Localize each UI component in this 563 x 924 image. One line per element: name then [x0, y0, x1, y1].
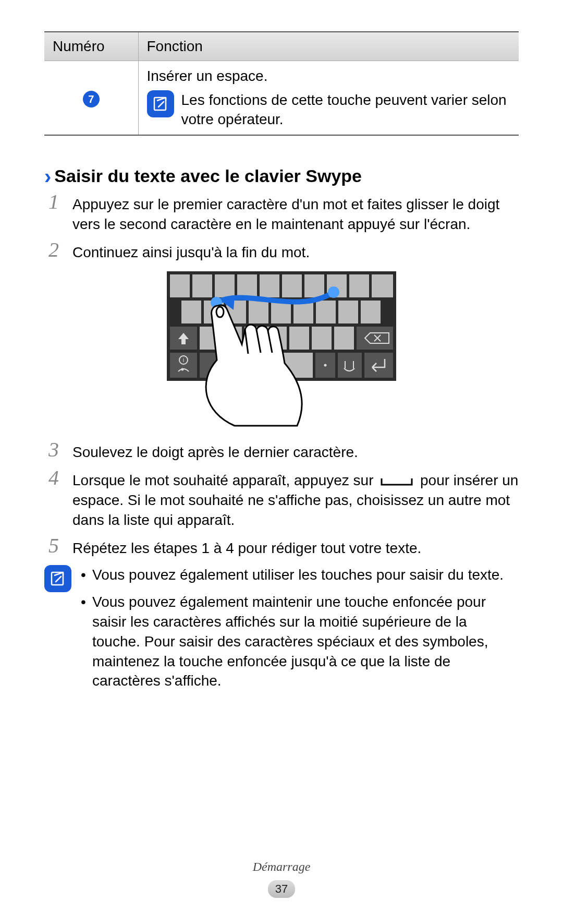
svg-rect-3	[192, 274, 212, 297]
step-text: Appuyez sur le premier caractère d'un mo…	[72, 194, 519, 234]
tip-item: Vous pouvez également maintenir une touc…	[79, 592, 519, 691]
swype-keyboard-illustration: i	[44, 271, 519, 428]
step-text: Répétez les étapes 1 à 4 pour rédiger to…	[72, 537, 519, 558]
note-icon	[147, 90, 174, 117]
svg-rect-20	[361, 301, 381, 323]
tip-item: Vous pouvez également utiliser les touch…	[79, 565, 519, 585]
svg-rect-5	[237, 274, 257, 297]
svg-point-37	[324, 364, 327, 367]
step-5: 5 Répétez les étapes 1 à 4 pour rédiger …	[44, 537, 519, 558]
page-footer: Démarrage 37	[0, 858, 563, 898]
table-header-function: Fonction	[138, 32, 519, 61]
svg-rect-19	[338, 301, 358, 323]
step-list: 1 Appuyez sur le premier caractère d'un …	[44, 194, 519, 698]
svg-rect-26	[289, 327, 309, 350]
table-header-number: Numéro	[44, 32, 138, 61]
svg-rect-7	[282, 274, 302, 297]
step-1: 1 Appuyez sur le premier caractère d'un …	[44, 194, 519, 234]
circled-number-7-icon: 7	[83, 91, 100, 107]
function-title: Insérer un espace.	[147, 66, 512, 86]
page-number: 37	[268, 880, 295, 898]
step-number: 4	[44, 467, 63, 488]
note-icon	[44, 565, 71, 592]
svg-rect-28	[334, 327, 354, 350]
step-4: 4 Lorsque le mot souhaité apparaît, appu…	[44, 470, 519, 530]
chevron-right-icon: ›	[44, 166, 51, 187]
spacebar-icon	[380, 476, 414, 487]
step-number: 2	[44, 239, 63, 260]
svg-rect-39	[364, 353, 393, 378]
svg-point-33	[181, 368, 184, 371]
section-title: Saisir du texte avec le clavier Swype	[54, 164, 362, 188]
tips-block: Vous pouvez également utiliser les touch…	[44, 565, 519, 698]
svg-rect-8	[304, 274, 324, 297]
svg-rect-38	[338, 353, 362, 378]
step-text: Soulevez le doigt après le dernier carac…	[72, 441, 519, 462]
svg-point-41	[328, 286, 339, 298]
step-text: Continuez ainsi jusqu'à la fin du mot.	[72, 242, 519, 262]
step-3: 3 Soulevez le doigt après le dernier car…	[44, 441, 519, 462]
step-number: 1	[44, 191, 63, 212]
step-number: 5	[44, 535, 63, 556]
step-2: 2 Continuez ainsi jusqu'à la fin du mot.	[44, 242, 519, 262]
table-row: 7 Insérer un espace. Les fonctions de ce…	[44, 61, 519, 135]
svg-rect-10	[349, 274, 369, 297]
svg-rect-18	[316, 301, 336, 323]
svg-rect-4	[215, 274, 235, 297]
svg-rect-29	[357, 327, 393, 350]
svg-rect-12	[181, 301, 201, 323]
function-note: Les fonctions de cette touche peuvent va…	[181, 90, 512, 130]
svg-rect-15	[249, 301, 268, 323]
function-table: Numéro Fonction 7 Insérer un espace.	[44, 31, 519, 136]
footer-section-name: Démarrage	[0, 858, 563, 875]
svg-rect-2	[170, 274, 190, 297]
step-number: 3	[44, 439, 63, 460]
svg-rect-27	[312, 327, 332, 350]
svg-rect-11	[372, 274, 393, 297]
svg-text:i: i	[183, 357, 184, 363]
svg-point-42	[216, 307, 224, 317]
svg-rect-6	[260, 274, 279, 297]
step-text: Lorsque le mot souhaité apparaît, appuye…	[72, 470, 519, 530]
